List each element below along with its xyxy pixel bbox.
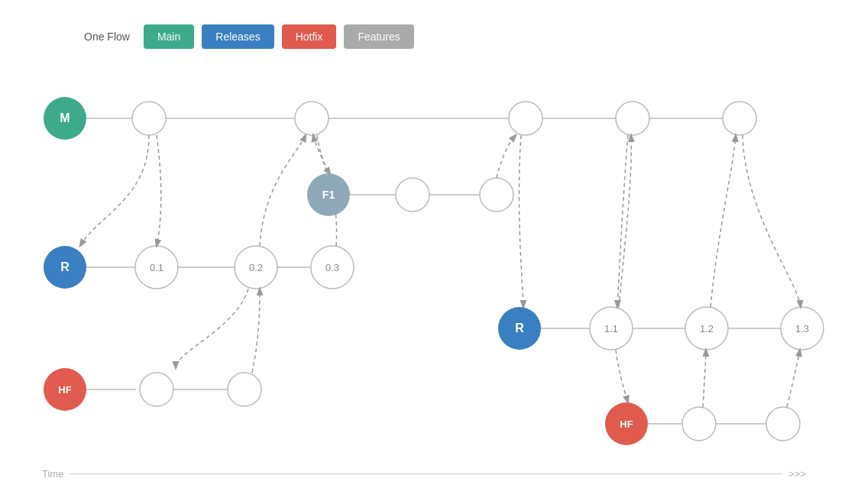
flow-diagram: 0.1 0.2 0.3 1.1 (0, 0, 848, 504)
svg-text:HF: HF (58, 384, 71, 396)
svg-text:0.1: 0.1 (150, 262, 163, 273)
svg-text:M: M (60, 111, 70, 124)
svg-text:R: R (515, 321, 524, 334)
svg-text:HF: HF (620, 418, 633, 430)
time-axis: Time >>> (42, 468, 806, 480)
svg-point-3 (295, 102, 329, 135)
svg-text:1.2: 1.2 (700, 323, 714, 334)
svg-text:F1: F1 (322, 189, 335, 201)
svg-point-37 (682, 407, 716, 441)
svg-point-9 (723, 102, 756, 135)
svg-text:0.2: 0.2 (249, 262, 263, 273)
svg-point-20 (140, 373, 173, 406)
svg-text:1.3: 1.3 (795, 323, 809, 334)
svg-point-26 (480, 178, 513, 212)
svg-text:1.1: 1.1 (604, 323, 618, 334)
time-label: Time (42, 468, 63, 480)
time-arrow: >>> (788, 468, 806, 480)
svg-text:0.3: 0.3 (325, 262, 339, 273)
svg-point-22 (228, 373, 261, 406)
diagram-container: One Flow Main Releases Hotfix Features (0, 0, 848, 504)
time-line (70, 473, 782, 474)
svg-point-1 (132, 102, 166, 135)
svg-point-7 (616, 102, 649, 135)
svg-point-5 (509, 102, 542, 135)
svg-point-24 (396, 178, 429, 212)
svg-text:R: R (60, 260, 70, 273)
svg-point-39 (766, 407, 800, 441)
